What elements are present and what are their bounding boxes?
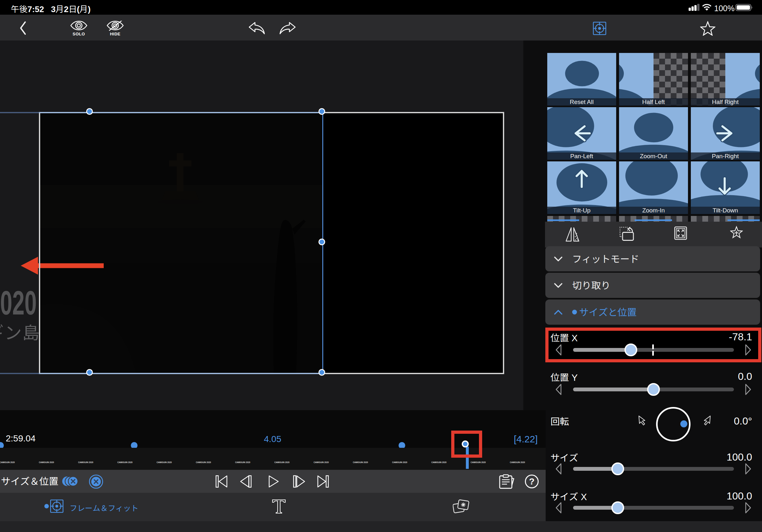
svg-text:Reset All: Reset All bbox=[570, 99, 594, 105]
svg-text:Zoom-Out: Zoom-Out bbox=[640, 153, 667, 160]
svg-text:Tilt-Up: Tilt-Up bbox=[573, 207, 590, 214]
svg-text:SOLO: SOLO bbox=[73, 32, 85, 36]
svg-text:Pan-Left: Pan-Left bbox=[570, 153, 593, 160]
svg-text:Tilt-Down: Tilt-Down bbox=[713, 207, 738, 214]
svg-text:Pan-Right: Pan-Right bbox=[712, 153, 739, 160]
svg-text:Half Right: Half Right bbox=[712, 99, 739, 105]
svg-text:Zoom-In: Zoom-In bbox=[642, 207, 665, 214]
svg-text:Half Left: Half Left bbox=[642, 99, 665, 105]
svg-text:HIDE: HIDE bbox=[110, 32, 120, 36]
